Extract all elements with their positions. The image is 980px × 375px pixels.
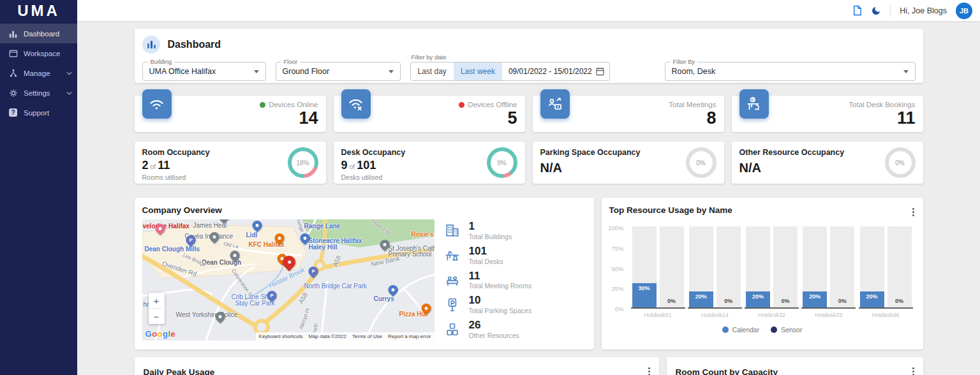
sidebar-item-workspace[interactable]: Workspace <box>0 43 77 63</box>
last-day-button[interactable]: Last day <box>411 62 454 80</box>
topbar-divider <box>890 4 891 17</box>
kebab-menu-icon[interactable] <box>646 365 653 375</box>
map-pin-parking[interactable]: P <box>186 235 195 245</box>
sidebar-item-dashboard[interactable]: Dashboard <box>0 24 77 43</box>
pin-dot <box>212 235 216 239</box>
map-attribution-link[interactable]: Terms of Use <box>352 334 382 339</box>
map-pin-gray[interactable] <box>209 232 219 242</box>
pin-dot <box>303 237 306 240</box>
last-week-button[interactable]: Last week <box>454 62 502 80</box>
company-stat-row: 26Other Resources <box>443 320 586 339</box>
resource-usage-card: Top Resource Usage by Name 0%25%50%75%10… <box>602 198 923 349</box>
company-stat-value: 26 <box>469 320 519 332</box>
map-pin-parking[interactable]: P <box>308 267 318 276</box>
bar-pair: 20%0% <box>745 228 799 309</box>
bar-track-calendar: 20% <box>689 226 713 307</box>
map-pin-orange[interactable] <box>421 304 431 313</box>
pin-dot <box>158 227 161 230</box>
filter-by-select[interactable]: Filter By Room, Desk <box>665 62 916 81</box>
legend-item-calendar[interactable]: Calendar <box>722 326 760 334</box>
stat-cards-row: Devices Online14Devices Offline5Total Me… <box>135 96 923 132</box>
occupancy-caption: Rooms utilised <box>142 173 318 181</box>
y-tick-label: 25% <box>611 285 623 292</box>
map-pin-pink[interactable] <box>155 224 165 233</box>
map-attribution-link[interactable]: Report a map error <box>388 334 431 339</box>
map-pin-blue[interactable] <box>300 233 309 243</box>
legend-label: Calendar <box>732 326 760 334</box>
sidebar-item-support[interactable]: ?Support <box>0 103 77 122</box>
map-zoom-out-button[interactable]: − <box>149 309 165 324</box>
floor-select[interactable]: Floor Ground Floor <box>276 62 401 81</box>
map-attribution-link[interactable]: Map data ©2022 <box>309 334 346 339</box>
occupancy-card: Desk Occupancy9of101Desks utilised9% <box>334 142 525 184</box>
occupancy-card: Parking Space OccupancyN/A0% <box>533 142 724 184</box>
occupancy-of: of <box>151 163 156 170</box>
map-pin-orange[interactable] <box>274 233 284 243</box>
occupancy-numerator: 9 <box>341 159 348 172</box>
occupancy-denominator: 101 <box>357 159 376 172</box>
bottom-card-0: Daily Peak Usage <box>135 357 659 375</box>
map-label: North Bridge Car Park <box>304 283 367 290</box>
stat-card-label: Total Desk Bookings <box>849 101 915 108</box>
resources-icon <box>443 321 461 338</box>
calendar-icon[interactable] <box>596 67 609 76</box>
company-stat-label: Total Meeting Rooms <box>469 282 532 290</box>
chevron-down-icon <box>254 70 259 73</box>
kebab-menu-icon[interactable] <box>910 365 917 375</box>
map-zoom-in-button[interactable]: + <box>149 293 165 308</box>
pin-shape <box>419 302 433 315</box>
map-pin-blue[interactable] <box>388 285 397 295</box>
map-pin-gray[interactable] <box>230 251 239 260</box>
company-stat-text: 101Total Desks <box>469 246 503 265</box>
sidebar-item-manage[interactable]: Manage <box>0 63 77 83</box>
map-pin-gray[interactable] <box>380 240 389 249</box>
bar-track-calendar: 20% <box>860 226 884 307</box>
map-label: Lidl <box>246 232 258 239</box>
bar-fill: 20% <box>860 291 884 307</box>
building-value: UMA Office Halifax <box>149 67 216 76</box>
chart-legend: CalendarSensor <box>609 326 916 334</box>
map-pin-blue[interactable] <box>252 221 262 230</box>
date-range-value[interactable]: 09/01/2022 - 15/01/2022 <box>502 67 596 76</box>
occupancy-donut-chart: 18% <box>288 147 318 178</box>
bar-chart-icon <box>8 29 18 38</box>
legend-item-sensor[interactable]: Sensor <box>771 326 802 334</box>
bar-track-calendar: 20% <box>803 226 827 307</box>
map-attribution-link[interactable]: Keyboard shortcuts <box>259 334 303 339</box>
map-pin-office[interactable] <box>283 256 295 268</box>
google-map[interactable]: velodge HalifaxJames HealCovéa Insurance… <box>142 219 434 341</box>
bar-pair: 20%0% <box>688 228 742 309</box>
map-pin-gray[interactable] <box>215 312 225 321</box>
bar-value-label: 20% <box>689 293 713 300</box>
y-tick-label: 50% <box>611 265 623 272</box>
desk-outline-icon <box>443 247 461 263</box>
bar-category-label: Hotdesk01 <box>644 312 671 318</box>
dark-mode-moon-icon[interactable] <box>871 6 881 16</box>
status-dot <box>459 102 464 108</box>
bar-pair: 30%0% <box>631 228 685 309</box>
bottom-card-1: Room Count by Capacity <box>667 357 923 375</box>
gear-icon <box>8 88 18 98</box>
kebab-menu-icon[interactable] <box>910 205 917 219</box>
sidebar-item-settings[interactable]: Settings <box>0 83 77 103</box>
building-icon <box>443 222 461 239</box>
company-stat-label: Other Resources <box>469 332 519 339</box>
building-select[interactable]: Building UMA Office Halifax <box>142 62 266 81</box>
topbar-actions: Hi, Joe Blogs JB <box>852 3 972 19</box>
bar-group: 20%0%Hotdesk14 <box>688 228 742 318</box>
pin-shape <box>386 283 399 297</box>
map-pin-parking[interactable]: P <box>267 291 276 300</box>
google-logo[interactable]: Google <box>145 329 176 339</box>
map-label: Currys <box>374 295 394 302</box>
pin-dot <box>287 261 290 264</box>
map-pin-gray[interactable] <box>219 219 228 222</box>
occupancy-percent-label: 9% <box>491 151 514 174</box>
user-avatar[interactable]: JB <box>956 3 972 19</box>
document-icon[interactable] <box>852 5 862 16</box>
bar-fill: 20% <box>803 291 827 307</box>
map-label: West Yorkshire Police <box>176 311 238 318</box>
bar-value-label: 30% <box>632 285 657 291</box>
pin-shape: P <box>265 289 278 302</box>
bar-fill: 20% <box>689 291 713 307</box>
stat-card-value: 8 <box>669 109 716 127</box>
